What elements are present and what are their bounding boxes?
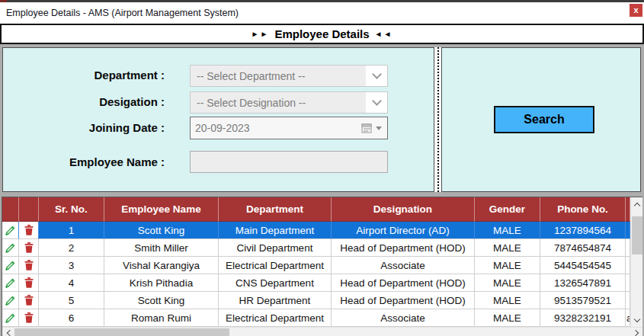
cell-name[interactable]: Scott King — [104, 292, 219, 309]
edit-row-button[interactable] — [2, 239, 19, 257]
delete-row-button[interactable] — [19, 274, 39, 292]
cell-name[interactable]: Roman Rumi — [104, 309, 219, 327]
cell-name[interactable]: Krish Pithadia — [104, 274, 219, 292]
cell-sr[interactable]: 4 — [39, 274, 104, 292]
edit-row-button[interactable] — [2, 222, 19, 239]
edit-row-button[interactable] — [2, 274, 19, 292]
cell-phone[interactable]: 9328232191 — [540, 309, 626, 327]
department-label: Department : — [3, 69, 165, 82]
column-header-gender[interactable]: Gender — [475, 197, 540, 222]
delete-row-button[interactable] — [19, 292, 39, 309]
cell-department[interactable]: Main Department — [219, 222, 332, 239]
cell-phone[interactable]: 1237894564 — [540, 222, 626, 239]
trash-icon — [24, 295, 34, 306]
cell-designation[interactable]: Associate — [332, 257, 475, 274]
cell-phone[interactable]: 5445454545 — [540, 257, 626, 274]
pencil-icon — [5, 312, 16, 324]
cell-gender[interactable]: MALE — [475, 239, 540, 257]
horizontal-scrollbar-thumb[interactable] — [14, 328, 229, 336]
cell-department[interactable]: HR Department — [219, 292, 332, 309]
designation-dropdown-button[interactable] — [366, 92, 387, 113]
cell-sr[interactable]: 5 — [39, 292, 104, 309]
page-title: Employee Details — [274, 27, 369, 40]
cell-phone[interactable]: 9513579521 — [540, 292, 626, 309]
cell-phone[interactable]: 1326547891 — [540, 274, 626, 292]
chevron-down-icon — [634, 316, 640, 322]
department-dropdown-button[interactable] — [366, 66, 387, 86]
column-header-sr[interactable]: Sr. No. — [39, 197, 104, 222]
column-header-department[interactable]: Department — [219, 197, 332, 222]
pencil-icon — [5, 242, 16, 254]
table-row[interactable]: 4Krish PithadiaCNS DepartmentHead of Dep… — [2, 274, 630, 292]
cell-designation[interactable]: Airport Director (AD) — [332, 222, 475, 239]
column-header-designation[interactable]: Designation — [332, 197, 475, 222]
table-row[interactable]: 3Vishal KarangiyaElectrical DepartmentAs… — [2, 257, 630, 274]
column-header-phone[interactable]: Phone No. — [540, 197, 626, 222]
cell-gender[interactable]: MALE — [475, 257, 540, 274]
edit-row-button[interactable] — [2, 309, 19, 327]
table-row[interactable]: 6Roman RumiElectrical DepartmentAssociat… — [2, 309, 630, 327]
vertical-scrollbar[interactable] — [630, 197, 642, 327]
vertical-scrollbar-thumb[interactable] — [632, 216, 642, 254]
trash-icon — [24, 312, 34, 323]
cell-department[interactable]: CNS Department — [219, 274, 332, 292]
close-button[interactable]: x — [630, 4, 642, 17]
department-select[interactable]: -- Select Department -- — [190, 65, 388, 87]
cell-gender[interactable]: MALE — [475, 274, 540, 292]
cell-phone[interactable]: 7874654874 — [540, 239, 626, 257]
pencil-icon — [5, 295, 16, 306]
edit-row-button[interactable] — [2, 292, 19, 309]
chevron-right-icon — [632, 329, 638, 335]
cell-sr[interactable]: 2 — [39, 239, 104, 257]
scroll-left-button[interactable] — [3, 328, 14, 336]
cell-gender[interactable]: MALE — [475, 309, 540, 327]
delete-row-button[interactable] — [19, 222, 39, 239]
window-title: Employee Details - AMS (Airport Manageme… — [6, 8, 239, 18]
panel-splitter[interactable] — [434, 47, 441, 192]
column-header-del[interactable] — [19, 197, 39, 222]
cell-gender[interactable]: MALE — [475, 222, 540, 239]
horizontal-scrollbar[interactable] — [2, 327, 642, 336]
joining-date-picker[interactable]: 20-09-2023 — [190, 117, 388, 139]
pencil-icon — [5, 260, 16, 271]
search-button[interactable]: Search — [494, 106, 594, 133]
delete-row-button[interactable] — [19, 309, 39, 327]
scroll-down-button[interactable] — [631, 315, 643, 325]
table-row[interactable]: 1Scott KingMain DepartmentAirport Direct… — [2, 222, 630, 239]
table-row[interactable]: 5Scott KingHR DepartmentHead of Departme… — [2, 292, 630, 309]
cell-sr[interactable]: 3 — [39, 257, 104, 274]
cell-sr[interactable]: 6 — [39, 309, 104, 327]
chevron-down-icon — [372, 69, 382, 79]
cell-name[interactable]: Vishal Karangiya — [104, 257, 219, 274]
designation-select[interactable]: -- Select Designation -- — [190, 91, 388, 114]
column-header-name[interactable]: Employee Name — [104, 197, 219, 222]
cell-gender[interactable]: MALE — [475, 292, 540, 309]
cell-department[interactable]: Electrical Department — [219, 257, 332, 274]
search-action-panel: Search — [441, 47, 641, 192]
cell-designation[interactable]: Head of Department (HOD) — [332, 274, 475, 292]
employee-grid: Sr. No.Employee NameDepartmentDesignatio… — [2, 197, 642, 336]
pencil-icon — [5, 277, 16, 289]
cell-name[interactable]: Scott King — [104, 222, 219, 239]
cell-designation[interactable]: Associate — [332, 309, 475, 327]
chevron-up-icon — [634, 202, 640, 208]
cell-designation[interactable]: Head of Department (HOD) — [332, 292, 475, 309]
cell-designation[interactable]: Head of Department (HOD) — [332, 239, 475, 257]
employee-name-input[interactable] — [190, 151, 388, 173]
cell-name[interactable]: Smith Miller — [104, 239, 219, 257]
cell-department[interactable]: Electrical Department — [219, 309, 332, 327]
close-icon: x — [633, 6, 638, 14]
scroll-up-button[interactable] — [631, 199, 643, 210]
delete-row-button[interactable] — [19, 239, 39, 257]
delete-row-button[interactable] — [19, 257, 39, 274]
cell-department[interactable]: Civil Department — [219, 239, 332, 257]
joining-date-value: 20-09-2023 — [191, 122, 361, 134]
trash-icon — [24, 225, 34, 235]
department-selected-value: -- Select Department -- — [191, 70, 366, 82]
designation-label: Desigation : — [3, 95, 165, 108]
table-row[interactable]: 2Smith MillerCivil DepartmentHead of Dep… — [2, 239, 630, 257]
column-header-edit[interactable] — [2, 197, 19, 222]
cell-sr[interactable]: 1 — [39, 222, 104, 239]
edit-row-button[interactable] — [2, 257, 19, 274]
scroll-right-button[interactable] — [631, 328, 642, 336]
